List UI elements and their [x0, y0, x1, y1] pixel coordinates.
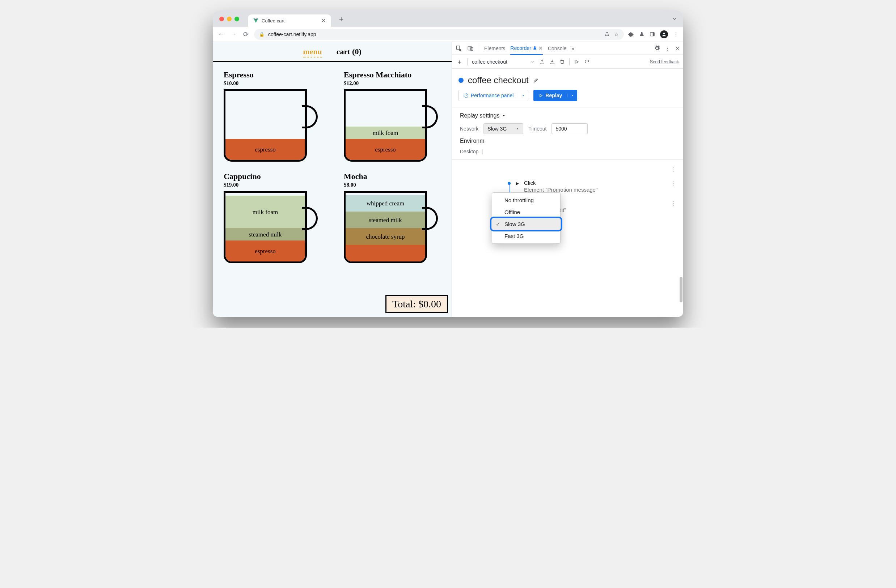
tab-elements[interactable]: Elements — [484, 42, 505, 55]
step-menu-icon[interactable]: ⋮ — [670, 180, 676, 187]
cart-total[interactable]: Total: $0.00 — [386, 295, 448, 313]
recording-actions: Performance panel Replay — [452, 90, 683, 107]
recording-title: coffee checkout — [468, 75, 529, 85]
product-cappucino[interactable]: Cappucino $19.00 milk foam steamed milk … — [224, 172, 332, 263]
layer-espresso: espresso — [226, 139, 305, 160]
close-tab-icon[interactable]: ✕ — [322, 17, 326, 24]
option-offline[interactable]: Offline — [492, 206, 560, 218]
more-tabs-icon[interactable]: » — [571, 46, 574, 51]
edit-icon[interactable] — [533, 77, 539, 83]
tab-console[interactable]: Console — [548, 42, 566, 55]
product-price: $10.00 — [224, 80, 332, 87]
replay-button[interactable]: Replay — [533, 90, 577, 101]
step-detail: Element "Promotion message" — [524, 187, 597, 193]
product-price: $12.00 — [344, 80, 452, 87]
expand-icon[interactable]: ▶ — [516, 181, 519, 186]
step-icon[interactable] — [574, 59, 580, 65]
layer-milk-foam: milk foam — [226, 196, 305, 228]
nav-menu[interactable]: menu — [303, 47, 322, 58]
bookmark-icon[interactable]: ☆ — [614, 32, 619, 37]
recording-name-select[interactable]: coffee checkout — [472, 59, 526, 65]
add-recording-icon[interactable]: ＋ — [456, 58, 463, 66]
step-row[interactable]: ⋮ — [459, 163, 676, 176]
breakpoint-icon[interactable] — [584, 59, 590, 65]
mug-icon: whipped cream steamed milk chocolate syr… — [344, 191, 438, 263]
minimize-window-icon[interactable] — [227, 17, 232, 21]
menu-icon[interactable]: ⋮ — [673, 31, 679, 38]
product-price: $19.00 — [224, 182, 332, 188]
product-name: Espresso — [224, 70, 332, 79]
step-menu-icon[interactable]: ⋮ — [670, 166, 676, 173]
product-grid: Espresso $10.00 espresso Espresso Macchi… — [213, 62, 452, 263]
layer-steamed-milk: steamed milk — [226, 228, 305, 240]
new-tab-button[interactable]: ＋ — [335, 14, 348, 24]
export-icon[interactable] — [539, 59, 545, 65]
browser-window: Coffee cart ✕ ＋ ← → ⟳ 🔒 coffee-cart.netl… — [213, 11, 683, 317]
side-panel-icon[interactable] — [649, 32, 655, 37]
layer-milk-foam: milk foam — [346, 126, 425, 139]
delete-icon[interactable] — [559, 59, 565, 64]
timeout-input[interactable]: 5000 — [552, 123, 588, 134]
chevron-down-icon[interactable] — [530, 60, 535, 64]
svg-point-2 — [663, 33, 665, 34]
browser-toolbar: ← → ⟳ 🔒 coffee-cart.netlify.app ☆ — [213, 27, 683, 42]
maximize-window-icon[interactable] — [235, 17, 239, 21]
layer-whipped-cream: whipped cream — [346, 195, 425, 211]
labs-icon[interactable] — [639, 32, 645, 37]
option-fast-3g[interactable]: Fast 3G — [492, 230, 560, 242]
record-indicator-icon — [459, 78, 463, 83]
tab-strip: Coffee cart ✕ ＋ — [213, 11, 683, 27]
nav-cart[interactable]: cart (0) — [337, 47, 361, 58]
option-no-throttling[interactable]: No throttling — [492, 194, 560, 206]
import-icon[interactable] — [549, 59, 555, 65]
share-icon[interactable] — [604, 32, 610, 37]
close-tab-icon[interactable]: ✕ — [538, 45, 543, 51]
tabs-menu-icon[interactable] — [672, 16, 677, 22]
forward-button: → — [229, 30, 238, 38]
devtools-tabs: Elements Recorder ✕ Console » ⋮ ✕ — [452, 42, 683, 55]
settings-icon[interactable] — [654, 45, 660, 51]
scrollbar-thumb[interactable] — [680, 277, 683, 302]
reload-button[interactable]: ⟳ — [242, 30, 250, 38]
close-devtools-icon[interactable]: ✕ — [675, 46, 680, 51]
layer-espresso: espresso — [226, 240, 305, 261]
svg-rect-6 — [574, 60, 575, 63]
performance-panel-button[interactable]: Performance panel — [459, 90, 528, 101]
browser-tab[interactable]: Coffee cart ✕ — [248, 14, 331, 27]
option-slow-3g[interactable]: ✓ Slow 3G — [492, 218, 560, 230]
network-label: Network — [460, 126, 478, 132]
product-name: Espresso Macchiato — [344, 70, 452, 79]
product-mocha[interactable]: Mocha $8.00 whipped cream steamed milk c… — [344, 172, 452, 263]
extensions-icon[interactable] — [628, 32, 634, 37]
kebab-menu-icon[interactable]: ⋮ — [665, 46, 670, 51]
layer-espresso: espresso — [346, 139, 425, 160]
network-select[interactable]: Slow 3G — [483, 123, 523, 134]
step-menu-icon[interactable]: ⋮ — [670, 200, 676, 207]
close-window-icon[interactable] — [219, 17, 224, 21]
address-bar[interactable]: 🔒 coffee-cart.netlify.app ☆ — [254, 29, 624, 40]
url-text: coffee-cart.netlify.app — [268, 32, 316, 37]
mug-icon: milk foam steamed milk espresso — [224, 191, 318, 263]
product-espresso[interactable]: Espresso $10.00 espresso — [224, 70, 332, 162]
product-price: $8.00 — [344, 182, 452, 188]
replay-settings-heading[interactable]: Replay settings — [460, 112, 675, 119]
profile-avatar[interactable] — [660, 30, 668, 38]
steps-list: ⋮ ▶ Click Element "Promotion message" ⋮ — [452, 160, 683, 224]
tab-recorder[interactable]: Recorder ✕ — [510, 42, 543, 55]
desktop-label: Desktop — [460, 149, 478, 154]
mug-icon: espresso — [224, 89, 318, 162]
chevron-down-icon[interactable] — [518, 94, 528, 97]
device-toggle-icon[interactable] — [467, 45, 474, 52]
webpage: menu cart (0) Espresso $10.00 espresso — [213, 42, 452, 317]
layer-chocolate-syrup: chocolate syrup — [346, 228, 425, 245]
chevron-down-icon[interactable] — [567, 94, 577, 97]
timeout-label: Timeout — [528, 126, 546, 132]
product-macchiato[interactable]: Espresso Macchiato $12.00 milk foam espr… — [344, 70, 452, 162]
vue-favicon-icon — [253, 18, 259, 23]
site-header: menu cart (0) — [213, 42, 452, 62]
back-button[interactable]: ← — [217, 30, 225, 38]
product-name: Cappucino — [224, 172, 332, 181]
inspect-icon[interactable] — [456, 45, 462, 52]
svg-rect-1 — [653, 33, 654, 36]
send-feedback-link[interactable]: Send feedback — [650, 59, 679, 64]
